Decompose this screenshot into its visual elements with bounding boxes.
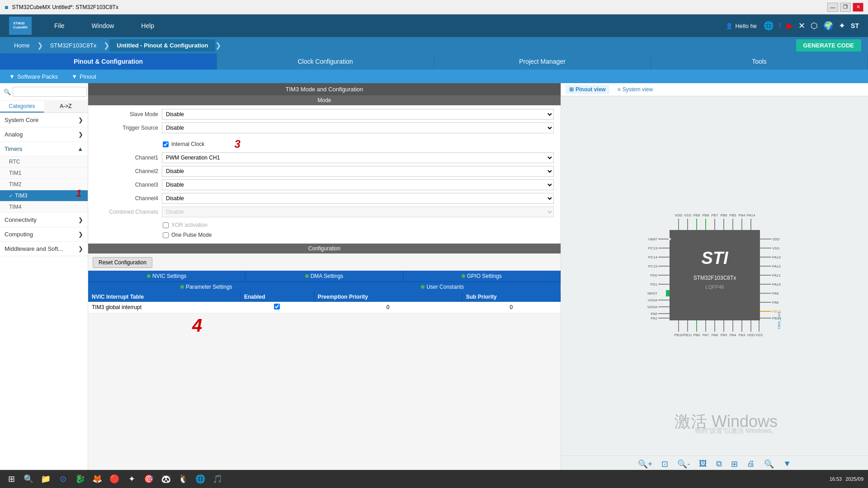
settings-sub-tabs: Parameter Settings User Constants <box>88 282 561 292</box>
generate-code-button[interactable]: GENERATE CODE <box>796 39 861 52</box>
one-pulse-row: One Pulse Mode <box>95 230 554 240</box>
pinout-view-label: Pinout view <box>576 86 606 93</box>
help-menu[interactable]: Help <box>137 20 159 32</box>
sidebar-item-computing[interactable]: Computing ❯ <box>0 227 88 242</box>
svg-text:PB10: PB10 <box>674 333 683 337</box>
chevron-down-icon-timers: ▲ <box>77 145 83 152</box>
app-logo: STM32CubeMX <box>9 17 32 35</box>
menu-bar: STM32CubeMX File Window Help 👤 Hello he … <box>0 14 868 37</box>
tab-categories[interactable]: Categories <box>0 101 44 113</box>
title-bar-left: ■ STM32CubeMX Untitled*: STM32F103C8Tx <box>5 4 118 11</box>
sidebar-item-tim4[interactable]: TIM4 <box>0 202 88 213</box>
twitter-icon[interactable]: ✕ <box>798 21 805 31</box>
dma-settings-tab[interactable]: DMA Settings <box>245 271 403 282</box>
sidebar-item-tim3[interactable]: ✓ TIM3 <box>0 190 88 202</box>
nvic-label: NVIC Settings <box>152 273 186 279</box>
channel3-select[interactable]: Disable <box>162 179 554 190</box>
trigger-source-select[interactable]: Disable <box>162 122 554 133</box>
breadcrumb-project[interactable]: Untitled - Pinout & Configuration <box>109 39 215 52</box>
sidebar-item-timers[interactable]: Timers ▲ <box>0 142 88 156</box>
taskbar-app1[interactable]: 🐉 <box>73 472 87 486</box>
svg-text:PB7: PB7 <box>711 213 718 217</box>
st-icon[interactable]: ST <box>851 22 859 29</box>
tab-pinout[interactable]: Pinout & Configuration <box>0 53 217 70</box>
tab-az[interactable]: A->Z <box>44 101 88 113</box>
grid-icon-2[interactable]: ⊞ <box>731 459 738 469</box>
restore-button[interactable]: ❐ <box>840 3 851 12</box>
dropdown-icon-2[interactable]: ▼ <box>783 459 791 469</box>
taskbar-app4[interactable]: ✦ <box>125 472 138 486</box>
tab-clock[interactable]: Clock Configuration <box>217 53 434 70</box>
start-button[interactable]: ⊞ <box>5 472 18 486</box>
print-icon[interactable]: 🖨 <box>747 459 755 469</box>
channel1-select[interactable]: PWM Generation CH1 Disable <box>162 152 554 163</box>
enabled-checkbox[interactable] <box>274 304 280 310</box>
web-icon[interactable]: 🌍 <box>823 21 833 31</box>
internal-clock-label: Internal Clock <box>171 141 204 147</box>
user-constants-tab[interactable]: User Constants <box>325 282 561 292</box>
breadcrumb-home[interactable]: Home <box>7 39 37 52</box>
layers-icon[interactable]: ⧉ <box>716 459 722 469</box>
minimize-button[interactable]: — <box>827 3 838 12</box>
taskbar-file-explorer[interactable]: 📁 <box>39 472 52 486</box>
taskbar-app6[interactable]: 🐼 <box>159 472 173 486</box>
expand-icon[interactable]: ⊡ <box>661 459 668 469</box>
tab-project[interactable]: Project Manager <box>434 53 651 70</box>
channel4-select[interactable]: Disable <box>162 193 554 204</box>
taskbar-app7[interactable]: 🐧 <box>176 472 190 486</box>
sidebar-item-connectivity[interactable]: Connectivity ❯ <box>0 213 88 227</box>
tab-tools[interactable]: Tools <box>651 53 868 70</box>
system-view-tab[interactable]: ≡ System view <box>614 85 656 94</box>
taskbar-chrome[interactable]: ⊙ <box>56 472 70 486</box>
taskbar-app5[interactable]: 🎯 <box>142 472 156 486</box>
channel2-select[interactable]: Disable <box>162 166 554 177</box>
nvic-settings-tab[interactable]: NVIC Settings <box>88 271 245 282</box>
taskbar-date: 2025/09 <box>845 476 863 482</box>
sidebar-item-tim1[interactable]: TIM1 <box>0 168 88 179</box>
internal-clock-row: 2 Internal Clock 3 <box>95 136 554 152</box>
subtab-software[interactable]: ▼ Software Packs <box>9 73 58 80</box>
internal-clock-checkbox[interactable] <box>163 141 169 147</box>
photo-icon[interactable]: 🖼 <box>699 459 707 469</box>
interrupt-enabled[interactable] <box>240 302 314 313</box>
facebook-icon[interactable]: f <box>779 21 781 31</box>
window-menu[interactable]: Window <box>87 20 119 32</box>
slave-mode-select[interactable]: Disable <box>162 109 554 120</box>
taskbar-app3[interactable]: 🔴 <box>108 472 121 486</box>
taskbar-app2[interactable]: 🦊 <box>90 472 104 486</box>
sidebar-item-tim2[interactable]: TIM2 <box>0 179 88 190</box>
taskbar-search[interactable]: 🔍 <box>22 472 35 486</box>
zoom-in-icon[interactable]: 🔍+ <box>638 459 653 469</box>
svg-text:PA7: PA7 <box>702 333 709 337</box>
pinout-view-tab[interactable]: ⊞ Pinout view <box>566 85 609 94</box>
reset-config-button[interactable]: Reset Configuration <box>93 257 152 268</box>
chevron-down-icon-2: ▼ <box>71 73 77 80</box>
logo-box: STM32CubeMX <box>9 17 32 35</box>
youtube-icon[interactable]: ▶ <box>787 21 793 31</box>
one-pulse-checkbox[interactable] <box>163 232 169 238</box>
parameter-settings-tab[interactable]: Parameter Settings <box>88 282 325 292</box>
gpio-settings-tab[interactable]: GPIO Settings <box>403 271 561 282</box>
close-button[interactable]: ✕ <box>853 3 863 12</box>
sidebar-item-rtc[interactable]: RTC <box>0 156 88 168</box>
search-input[interactable] <box>13 87 87 97</box>
taskbar-app8[interactable]: 🎵 <box>211 472 224 486</box>
github-icon[interactable]: ⬡ <box>811 21 818 31</box>
search-icon-2[interactable]: 🔍 <box>764 459 774 469</box>
subtab-pinout[interactable]: ▼ Pinout <box>71 73 96 80</box>
globe-icon[interactable]: 🌐 <box>764 21 774 31</box>
xor-checkbox[interactable] <box>163 222 169 228</box>
breadcrumb-chip[interactable]: STM32F103C8Tx <box>43 39 104 52</box>
sidebar-item-analog[interactable]: Analog ❯ <box>0 127 88 142</box>
connectivity-label: Connectivity <box>5 216 37 223</box>
taskbar-edge[interactable]: 🌐 <box>193 472 207 486</box>
sidebar-item-system-core[interactable]: System Core ❯ <box>0 113 88 127</box>
combined-channels-select[interactable]: Disable <box>162 206 554 217</box>
file-menu[interactable]: File <box>50 20 69 32</box>
zoom-out-icon[interactable]: 🔍- <box>677 459 690 469</box>
nvic-interrupt-table: NVIC Interrupt Table Enabled Preemption … <box>88 292 561 313</box>
share-icon[interactable]: ✦ <box>839 21 845 31</box>
breadcrumb: Home ❯ STM32F103C8Tx ❯ Untitled - Pinout… <box>0 37 868 53</box>
sidebar-item-middleware[interactable]: Middleware and Soft... ❯ <box>0 242 88 256</box>
svg-text:PB0: PB0 <box>693 333 700 337</box>
